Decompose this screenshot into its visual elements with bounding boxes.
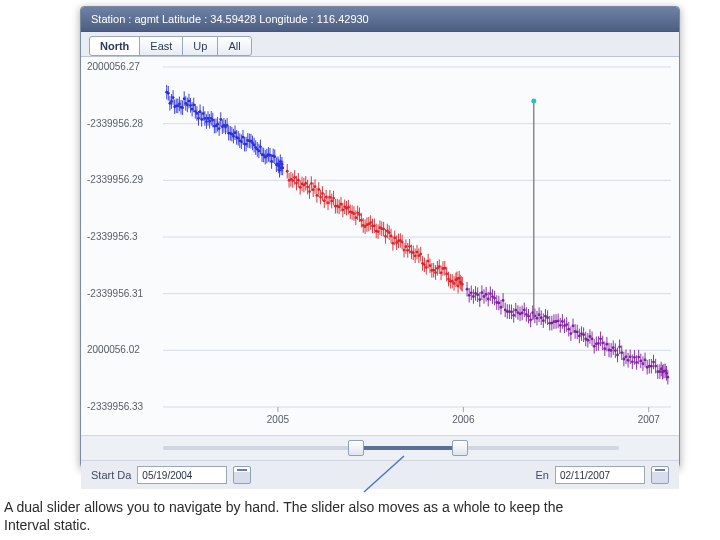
svg-point-300 bbox=[338, 205, 341, 208]
svg-point-152 bbox=[253, 144, 256, 147]
svg-point-557 bbox=[654, 365, 657, 368]
svg-point-129 bbox=[216, 123, 219, 126]
svg-point-342 bbox=[416, 251, 419, 254]
svg-point-551 bbox=[642, 362, 645, 365]
slider-thumb-left[interactable] bbox=[348, 440, 364, 456]
svg-point-521 bbox=[578, 335, 581, 338]
calendar-icon[interactable] bbox=[233, 466, 251, 484]
svg-point-173 bbox=[281, 167, 284, 170]
svg-point-531 bbox=[599, 337, 602, 340]
svg-point-541 bbox=[620, 351, 623, 354]
svg-point-490 bbox=[512, 314, 515, 317]
svg-text:2005: 2005 bbox=[267, 414, 290, 425]
svg-point-328 bbox=[390, 235, 393, 238]
svg-point-532 bbox=[601, 342, 604, 345]
svg-point-118 bbox=[199, 110, 202, 113]
svg-point-119 bbox=[200, 118, 203, 121]
svg-point-470 bbox=[470, 291, 473, 294]
svg-point-560 bbox=[660, 368, 663, 371]
slider-thumb-right[interactable] bbox=[452, 440, 468, 456]
svg-point-334 bbox=[401, 241, 404, 244]
svg-point-365 bbox=[457, 285, 460, 288]
svg-point-518 bbox=[572, 324, 575, 327]
svg-point-346 bbox=[423, 263, 426, 266]
svg-text:-2339956.28: -2339956.28 bbox=[87, 118, 144, 129]
svg-point-468 bbox=[466, 288, 469, 291]
svg-point-110 bbox=[186, 104, 189, 107]
time-slider bbox=[81, 435, 679, 460]
svg-text:2006: 2006 bbox=[452, 414, 475, 425]
svg-point-366 bbox=[458, 277, 461, 280]
svg-point-277 bbox=[295, 182, 298, 185]
svg-point-170 bbox=[279, 160, 282, 163]
svg-text:-2339956.3: -2339956.3 bbox=[87, 231, 138, 242]
svg-text:-2339956.33: -2339956.33 bbox=[87, 401, 144, 412]
svg-point-116 bbox=[196, 112, 199, 115]
svg-point-552 bbox=[644, 359, 647, 362]
svg-point-285 bbox=[310, 182, 313, 185]
svg-point-539 bbox=[616, 354, 619, 357]
start-date-input[interactable] bbox=[137, 466, 227, 484]
svg-point-516 bbox=[567, 328, 570, 331]
tab-east[interactable]: East bbox=[139, 36, 183, 56]
title-station-prefix: Station : bbox=[91, 13, 134, 25]
svg-point-359 bbox=[447, 278, 450, 281]
svg-point-549 bbox=[637, 356, 640, 359]
calendar-icon[interactable] bbox=[651, 466, 669, 484]
svg-point-497 bbox=[527, 315, 530, 318]
svg-point-501 bbox=[536, 317, 539, 320]
svg-point-330 bbox=[393, 236, 396, 239]
svg-point-278 bbox=[297, 179, 300, 182]
slider-selected-range[interactable] bbox=[355, 446, 460, 450]
svg-point-540 bbox=[618, 345, 621, 348]
svg-point-289 bbox=[317, 188, 320, 191]
svg-point-291 bbox=[321, 192, 324, 195]
component-tabs: North East Up All bbox=[81, 32, 679, 57]
svg-point-276 bbox=[293, 176, 296, 179]
svg-point-324 bbox=[382, 228, 385, 231]
title-station-id: agmt bbox=[134, 13, 158, 25]
svg-point-111 bbox=[188, 100, 191, 103]
plot-area[interactable]: 2000056.27-2339956.28-2339956.29-2339956… bbox=[81, 57, 679, 435]
svg-point-473 bbox=[476, 293, 479, 296]
svg-point-308 bbox=[353, 212, 356, 215]
svg-point-100 bbox=[170, 100, 173, 103]
timeseries-plot: 2000056.27-2339956.28-2339956.29-2339956… bbox=[81, 57, 679, 435]
svg-point-288 bbox=[315, 194, 318, 197]
svg-point-471 bbox=[472, 295, 475, 298]
svg-point-120 bbox=[202, 112, 205, 115]
svg-point-144 bbox=[240, 140, 243, 143]
svg-point-495 bbox=[523, 308, 526, 311]
svg-point-538 bbox=[614, 349, 617, 352]
tab-all[interactable]: All bbox=[217, 36, 251, 56]
svg-point-513 bbox=[561, 320, 564, 323]
svg-point-344 bbox=[419, 253, 422, 256]
svg-text:-2339956.31: -2339956.31 bbox=[87, 288, 144, 299]
svg-point-113 bbox=[191, 108, 194, 111]
svg-point-107 bbox=[181, 106, 184, 109]
svg-point-361 bbox=[451, 280, 454, 283]
svg-point-112 bbox=[189, 104, 192, 107]
svg-point-98 bbox=[167, 92, 170, 95]
title-lon-label: Longitude : bbox=[259, 13, 317, 25]
svg-point-105 bbox=[178, 103, 181, 106]
tab-north[interactable]: North bbox=[89, 36, 140, 56]
svg-point-135 bbox=[226, 124, 229, 127]
svg-point-550 bbox=[639, 359, 642, 362]
svg-point-296 bbox=[330, 200, 333, 203]
window-titlebar: Station : agmt Latitude : 34.59428 Longi… bbox=[81, 7, 679, 32]
svg-point-352 bbox=[434, 271, 437, 274]
svg-point-283 bbox=[306, 186, 309, 189]
svg-point-362 bbox=[453, 282, 456, 285]
tab-up[interactable]: Up bbox=[182, 36, 218, 56]
svg-point-355 bbox=[440, 271, 443, 274]
svg-point-528 bbox=[593, 345, 596, 348]
svg-point-282 bbox=[304, 182, 307, 185]
svg-point-169 bbox=[278, 169, 281, 172]
svg-point-302 bbox=[341, 208, 344, 211]
end-date-input[interactable] bbox=[555, 466, 645, 484]
svg-point-559 bbox=[658, 370, 661, 373]
svg-point-321 bbox=[377, 230, 380, 233]
svg-point-347 bbox=[425, 266, 428, 269]
svg-point-319 bbox=[373, 224, 376, 227]
